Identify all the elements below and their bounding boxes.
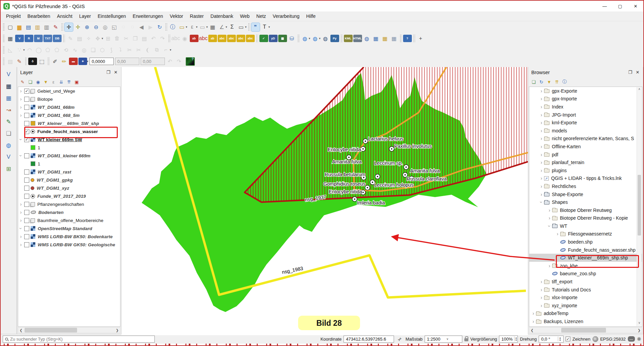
layer-item-1[interactable]: 1 — [18, 160, 120, 168]
layer-item-wms-lgrb-bw-gk50-geologische[interactable]: ›WMS LGRB-BW GK50: Geologische — [18, 241, 120, 249]
expander-icon[interactable]: › — [539, 112, 544, 118]
zoom-in-icon[interactable]: ⊕ — [83, 23, 91, 31]
refresh-icon[interactable]: ↻ — [155, 23, 164, 31]
expander-icon[interactable]: › — [547, 263, 552, 269]
layer-visibility-checkbox[interactable] — [24, 194, 29, 199]
move-feature-icon[interactable]: ⬠ — [44, 46, 52, 54]
globe-plus-icon[interactable]: ◍ — [363, 34, 371, 43]
highlight-pencil-icon[interactable]: ✏ — [60, 57, 68, 66]
trim-extend-icon[interactable]: ⌐ — [162, 46, 170, 54]
layer-visibility-checkbox[interactable] — [24, 121, 29, 126]
browser-item-shape-exporte[interactable]: ›Shape-Exporte — [529, 190, 642, 198]
label-anchor-icon[interactable]: ◉ — [181, 34, 189, 43]
measure-line-icon[interactable]: ▭ — [237, 23, 245, 31]
search-globe-icon[interactable]: ◍ — [321, 34, 330, 43]
layer-item-funde-wt-2017-2019[interactable]: Funde_WT_2017_2019 — [18, 192, 120, 200]
layer-item-biotope[interactable]: ›Biotope — [18, 95, 120, 103]
annotation-pen-icon[interactable]: ✎ — [4, 117, 14, 126]
label-pin-icon[interactable]: abc — [172, 34, 180, 43]
select-by-expression-icon[interactable]: ε — [188, 23, 196, 31]
zoom-to-layer-icon[interactable]: ◌ — [128, 23, 137, 31]
expander-icon[interactable]: › — [18, 153, 24, 158]
menu-erweiterungen[interactable]: Erweiterungen — [129, 12, 166, 20]
layer-visibility-checkbox[interactable]: ✓ — [24, 129, 29, 134]
delete-selected-icon[interactable]: 🗑 — [113, 34, 121, 43]
grid-gold-icon[interactable]: ▦ — [381, 34, 389, 43]
browser-item-biotope-oberer-reutweg[interactable]: ›Biotope Oberer Reutweg — [529, 206, 642, 214]
expander-icon[interactable]: › — [547, 215, 552, 221]
map-theme-icon[interactable]: ▧ — [6, 57, 14, 66]
expander-icon[interactable]: › — [539, 199, 544, 205]
expander-icon[interactable]: › — [531, 319, 536, 324]
save-edits-icon[interactable]: ▤ — [75, 34, 84, 43]
layer-item-baumfreie-offene-moorbereiche[interactable]: ›Baumfreie_offene_Moorbereiche — [18, 216, 120, 224]
layer-visibility-checkbox[interactable]: ✓ — [24, 89, 29, 94]
coordinate-input[interactable]: 473412.6,5397265.6 — [344, 336, 394, 343]
expand-all-icon[interactable]: ⇊ — [58, 78, 65, 85]
browser-item-funde-feucht-nass-wasser-shp[interactable]: Funde_feucht_nass_wasser.shp — [529, 246, 642, 254]
add-feature-icon[interactable]: ✧ — [84, 34, 93, 43]
layer-item-wms-lgrb-bw-bk50-bodenkarte[interactable]: ›WMS LGRB-BW BK50: Bodenkarte — [18, 232, 120, 241]
advanced-digitizing-icon[interactable]: V — [4, 70, 14, 79]
browser-item-tiff-export[interactable]: ›tiff_export — [529, 278, 642, 286]
statistics-grid-icon[interactable]: ⊞ — [4, 164, 14, 174]
qgis-news-icon[interactable]: ✺ — [637, 336, 641, 342]
browser-item-xlsx-importe[interactable]: ›xlsx-Importe — [529, 293, 642, 302]
measure-icon[interactable]: ∠ — [218, 23, 226, 31]
expander-icon[interactable]: › — [539, 144, 544, 149]
expander-icon[interactable]: › — [539, 104, 544, 109]
expander-icon[interactable]: › — [539, 287, 544, 292]
menu-bearbeiten[interactable]: Bearbeiten — [24, 12, 54, 20]
map-canvas[interactable]: Lactarius helvusEntocybe nitidaPaxillus … — [121, 67, 528, 334]
browser-item-baeume-zoo-shp[interactable]: baeume_zoo.shp — [529, 270, 642, 278]
new-project-icon[interactable]: ▢ — [6, 23, 14, 31]
menu-raster[interactable]: Raster — [186, 12, 207, 20]
properties-info-icon[interactable]: ⓘ — [561, 78, 568, 85]
expander-icon[interactable]: › — [18, 218, 24, 223]
layer-item-wt-dgm1-668-5m[interactable]: ›WT_DGM1_668_5m — [18, 111, 120, 119]
layer-item-pflanzengesellschaften[interactable]: ›Pflanzengesellschaften — [18, 200, 120, 208]
menu-hilfe[interactable]: Hilfe — [303, 12, 319, 20]
layer-item-wt-dgm1-xyz[interactable]: WT_DGM1_xyz — [18, 184, 120, 192]
browser-item-zoo-khe[interactable]: ›zoo_khe — [529, 262, 642, 270]
expander-icon[interactable]: › — [539, 192, 544, 197]
label-options-icon[interactable]: ab — [208, 35, 217, 42]
layer-visibility-checkbox[interactable] — [24, 178, 29, 183]
layout-manager-icon[interactable]: ▥ — [42, 23, 51, 31]
label-edit-icon[interactable]: abc — [246, 35, 255, 42]
layer-item-1[interactable]: 1 — [18, 144, 120, 152]
expander-icon[interactable]: › — [539, 136, 544, 141]
style-brush-icon[interactable]: ✎ — [19, 78, 26, 85]
expander-icon[interactable]: › — [18, 201, 24, 207]
browser-item-backups-lizenzen[interactable]: ›Backups, Lizenzen — [529, 317, 642, 325]
layer-visibility-checkbox[interactable] — [24, 97, 29, 102]
georeferencer-camera-icon[interactable]: ô — [28, 58, 37, 65]
layer-item-funde-feucht-nass-wasser[interactable]: ✓Funde_feucht_nass_wasser — [18, 127, 120, 135]
vertex-tool-icon[interactable]: ✥ — [94, 34, 102, 43]
add-selected-layer-icon[interactable]: ❏ — [530, 78, 537, 85]
menu-vektor[interactable]: Vektor — [167, 12, 187, 20]
browser-item-offline-karten[interactable]: ›Offline-Karten — [529, 143, 642, 151]
terrain-icon[interactable]: ▦ — [278, 35, 287, 42]
scale-combobox[interactable]: 1:2500∨ — [425, 336, 462, 343]
tools-wrench-icon[interactable]: ✦ — [78, 58, 87, 65]
remove-layer-icon[interactable]: ▣ — [73, 78, 80, 85]
raster-calculator-icon[interactable]: ✓ — [259, 35, 268, 42]
add-part-icon[interactable]: ❏ — [89, 46, 98, 54]
kml-export-icon[interactable]: KML — [344, 35, 353, 42]
browser-item-xyz-importe[interactable]: ›xyz_importe — [529, 302, 642, 310]
layer-item-bodenarten[interactable]: ›Bodenarten — [18, 208, 120, 216]
expander-icon[interactable]: › — [539, 88, 544, 94]
close-button[interactable]: ✕ — [628, 1, 643, 11]
overview-map-button[interactable] — [186, 57, 195, 66]
model-designer-icon[interactable]: yD — [269, 35, 278, 42]
expander-icon[interactable]: › — [18, 234, 24, 239]
copy-features-icon[interactable]: ❐ — [131, 34, 140, 43]
globe-web-icon[interactable]: ◍ — [4, 140, 14, 150]
add-delimited-text-icon[interactable]: TXT — [43, 35, 52, 42]
add-ring-icon[interactable]: ◎ — [80, 46, 88, 54]
help-icon[interactable]: ? — [403, 35, 412, 42]
merge-features-icon[interactable]: ❨ — [144, 46, 152, 54]
open-project-icon[interactable]: ▆ — [15, 23, 24, 31]
expander-icon[interactable]: › — [531, 311, 536, 316]
